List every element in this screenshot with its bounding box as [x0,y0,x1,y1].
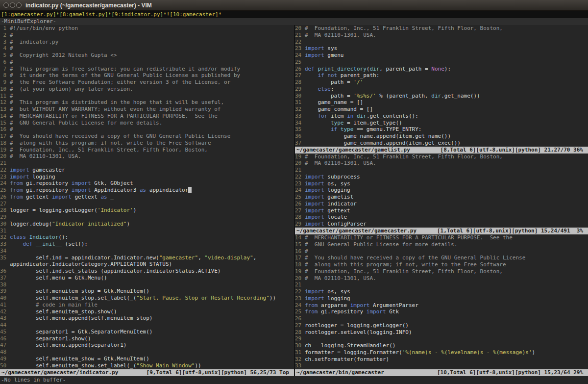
code-token: 'Indicator' [98,207,133,213]
code-text: import os, sys [305,288,350,295]
code-line: 32class Indicator(): [0,234,294,241]
minibufexplorer-statusline: -MiniBufExplorer- [0,18,588,25]
code-area-gamecaster-bin[interactable]: 14# MERCHANTABILITY or FITNESS FOR A PAR… [295,234,588,369]
code-token: gamecaster [29,167,65,173]
minimize-button[interactable] [10,2,15,8]
line-number: 50 [0,362,10,369]
code-token: path = [305,93,353,99]
code-token: _ [107,194,114,200]
pane-indicator: 1#!/usr/bin/env python2#3# indicator.py4… [0,25,294,376]
code-token: None [431,66,444,72]
code-line: 28import locale [295,214,588,221]
code-text: class Indicator(): [10,234,68,241]
code-token: # MERCHANTABILITY or FITNESS FOR A PARTI… [305,234,513,241]
code-token [337,126,341,132]
code-line: 44 [0,322,294,329]
statusline-gamecaster-py[interactable]: ~/gamecaster/gamecaster/gamecaster.py [1… [295,228,588,234]
code-line: 24from argparse import ArgumentParser [295,302,588,309]
code-token: # This program is free software; you can… [10,66,240,72]
code-text: def print_directory(dir, parent_path = N… [305,66,451,73]
code-text: from gi.repository import Gtk [305,308,399,315]
code-token: for [318,113,328,119]
statusline-gamelist[interactable]: ~/gamecaster/gamecaster/gamelist.py [8,T… [295,147,588,154]
code-token: ) [532,349,536,356]
line-number: 24 [295,302,305,309]
code-line: 23import logging [295,295,588,302]
code-token: from [305,302,318,308]
line-number: 13 [0,106,10,113]
code-line: 19# Foundation, Inc., 51 Franklin Street… [295,154,588,160]
code-token: # [10,45,13,51]
code-area-gamelist[interactable]: 20# Foundation, Inc., 51 Franklin Street… [295,25,588,147]
code-text: self.menuitem_stop.set_label(_("Start, P… [10,295,276,302]
code-token: logger.debug( [10,221,52,227]
line-number: 20 [0,153,10,160]
code-text: import os, sys [305,180,350,187]
code-token: self.menu.append(separator1) [10,342,126,348]
code-line: 22import os, sys [295,288,588,295]
code-token: self.menuitem_show = Gtk.MenuItem() [10,356,149,362]
code-line: 41 # code in main file [0,302,294,308]
close-button[interactable] [3,2,9,8]
code-line: 16# [0,126,294,133]
code-token: self.ind.set_status (appindicator.Indica… [10,268,220,274]
code-area-gamecaster-py[interactable]: 19# Foundation, Inc., 51 Franklin Street… [295,154,588,228]
code-line: 26from gettext import gettext as _ [0,194,294,201]
code-line: 50 self.menuitem_show.set_label(_("Show … [0,362,294,369]
code-line: 14# MERCHANTABILITY or FITNESS FOR A PAR… [0,113,294,120]
code-token: type [331,120,344,126]
code-token: import [305,52,324,58]
line-number: 3 [0,39,10,46]
code-token: # This program is distributed in the hop… [10,99,224,105]
maximize-button[interactable] [16,2,22,8]
code-text: import gettext [305,207,350,214]
code-line: 49 self.menuitem_show = Gtk.MenuItem() [0,356,294,362]
statusline-filename: ~/gamecaster/gamecaster/gamelist.py [296,147,410,154]
line-number: 27 [295,72,305,79]
code-text: # This program is free software; you can… [10,66,240,73]
code-line: 27 if not parent_path: [295,72,588,79]
line-number: 29 [0,214,10,221]
code-text: separator1.show() [10,335,91,342]
code-token: import [305,207,324,214]
code-token: # code in main file [36,302,98,308]
code-text: self.menu.append(separator1) [10,342,126,349]
code-line: 9# the Free Software Foundation; either … [0,79,294,86]
code-text: import locale [305,214,347,221]
line-number: 8 [0,72,10,79]
code-area-indicator[interactable]: 1#!/usr/bin/env python2#3# indicator.py4… [0,25,294,369]
code-line: 19# Foundation, Inc., 51 Franklin Street… [0,147,294,154]
code-text: # it under the terms of the GNU General … [10,72,240,79]
code-line: 29 [0,214,294,221]
code-token: import [305,214,324,220]
code-text: # [10,59,13,66]
code-token: # [10,59,13,65]
code-token: # [10,32,13,38]
code-text: self.menuitem_stop = Gtk.MenuItem() [10,288,149,295]
code-line: 32ch.setFormatter(formatter) [295,356,588,363]
line-number: 34 [0,248,10,255]
code-text: # You should have received a copy of the… [10,133,230,140]
code-text: ch.setFormatter(formatter) [305,356,389,363]
line-number: 36 [295,133,305,140]
line-number: 14 [295,234,305,241]
code-token: Indicator [29,234,59,240]
code-token: argparse [318,302,350,308]
code-text: # (at your option) any later version. [10,86,133,93]
code-line: 30ch = logging.StreamHandler() [295,342,588,349]
statusline-indicator[interactable]: ~/gamecaster/gamecaster/indicator.py [9,… [0,369,294,376]
code-token: ) [133,207,137,213]
code-token: gi.repository [23,187,72,193]
buffer-tabline[interactable]: [1:gamecaster.py]*[8:gamelist.py]*[9:ind… [0,11,588,18]
code-text: import gamecaster [10,167,65,174]
line-number: 22 [295,174,305,180]
code-line: 20# Foundation, Inc., 51 Franklin Street… [295,25,588,32]
code-token: from [10,194,23,200]
line-number: 21 [295,32,305,39]
statusline-info: [9,Total 6][utf-8,unix][python] 56,25/73… [147,369,289,376]
code-line: 4# [0,45,294,52]
line-number: 31 [295,349,305,356]
code-text: else: [305,86,334,93]
statusline-gamecaster-bin[interactable]: ~/gamecaster/bin/gamecaster [10,Total 6]… [295,369,588,376]
code-token: (): [58,234,68,240]
